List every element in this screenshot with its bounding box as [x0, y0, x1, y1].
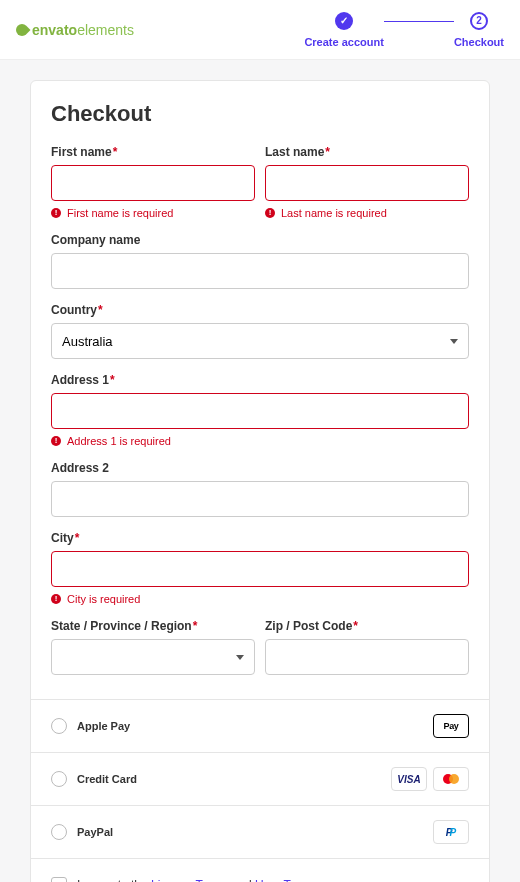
license-terms-link[interactable]: License Terms — [151, 878, 228, 882]
check-icon — [335, 12, 353, 30]
mastercard-icon — [433, 767, 469, 791]
payment-paypal[interactable]: PayPal PP — [31, 806, 489, 858]
app-header: envatoelements Create account 2 Checkout — [0, 0, 520, 60]
label-company: Company name — [51, 233, 469, 247]
radio-apple-pay[interactable] — [51, 718, 67, 734]
company-input[interactable] — [51, 253, 469, 289]
leaf-icon — [14, 21, 31, 38]
label-address2: Address 2 — [51, 461, 469, 475]
label-address1: Address 1* — [51, 373, 469, 387]
logo-product: elements — [77, 22, 134, 38]
label-zip: Zip / Post Code* — [265, 619, 469, 633]
chevron-down-icon — [236, 655, 244, 660]
payment-apple-pay[interactable]: Apple Pay Pay — [31, 700, 489, 753]
state-select[interactable] — [51, 639, 255, 675]
progress-steps: Create account 2 Checkout — [304, 12, 504, 48]
field-first-name: First name* First name is required — [51, 145, 255, 219]
label-state: State / Province / Region* — [51, 619, 255, 633]
country-value: Australia — [62, 334, 113, 349]
country-select[interactable]: Australia — [51, 323, 469, 359]
address2-input[interactable] — [51, 481, 469, 517]
page-title: Checkout — [51, 101, 469, 127]
payment-methods: Apple Pay Pay Credit Card VISA PayPal PP — [31, 699, 489, 858]
radio-paypal[interactable] — [51, 824, 67, 840]
paypal-icon: PP — [433, 820, 469, 844]
last-name-input[interactable] — [265, 165, 469, 201]
error-address1: Address 1 is required — [51, 435, 469, 447]
payment-label: Apple Pay — [77, 720, 130, 732]
payment-label: PayPal — [77, 826, 113, 838]
checkout-card: Checkout First name* First name is requi… — [30, 80, 490, 882]
field-company: Company name — [51, 233, 469, 289]
step-label: Create account — [304, 36, 383, 48]
field-address1: Address 1* Address 1 is required — [51, 373, 469, 447]
chevron-down-icon — [450, 339, 458, 344]
error-city: City is required — [51, 593, 469, 605]
step-label: Checkout — [454, 36, 504, 48]
payment-credit-card[interactable]: Credit Card VISA — [31, 753, 489, 806]
field-address2: Address 2 — [51, 461, 469, 517]
step-number-icon: 2 — [470, 12, 488, 30]
label-country: Country* — [51, 303, 469, 317]
agree-text: I agree to the License Terms and User Te… — [77, 878, 319, 882]
error-first-name: First name is required — [51, 207, 255, 219]
field-state: State / Province / Region* — [51, 619, 255, 675]
field-zip: Zip / Post Code* — [265, 619, 469, 675]
first-name-input[interactable] — [51, 165, 255, 201]
logo[interactable]: envatoelements — [16, 22, 134, 38]
label-last-name: Last name* — [265, 145, 469, 159]
user-terms-link[interactable]: User Terms — [255, 878, 316, 882]
field-last-name: Last name* Last name is required — [265, 145, 469, 219]
city-input[interactable] — [51, 551, 469, 587]
agree-checkbox[interactable] — [51, 877, 67, 882]
agree-row: I agree to the License Terms and User Te… — [31, 858, 489, 882]
error-last-name: Last name is required — [265, 207, 469, 219]
step-create-account: Create account — [304, 12, 383, 48]
logo-brand: envato — [32, 22, 77, 38]
address1-input[interactable] — [51, 393, 469, 429]
step-checkout: 2 Checkout — [454, 12, 504, 48]
apple-pay-icon: Pay — [433, 714, 469, 738]
field-city: City* City is required — [51, 531, 469, 605]
zip-input[interactable] — [265, 639, 469, 675]
visa-icon: VISA — [391, 767, 427, 791]
field-country: Country* Australia — [51, 303, 469, 359]
label-city: City* — [51, 531, 469, 545]
label-first-name: First name* — [51, 145, 255, 159]
payment-label: Credit Card — [77, 773, 137, 785]
step-connector — [384, 21, 454, 22]
radio-credit-card[interactable] — [51, 771, 67, 787]
